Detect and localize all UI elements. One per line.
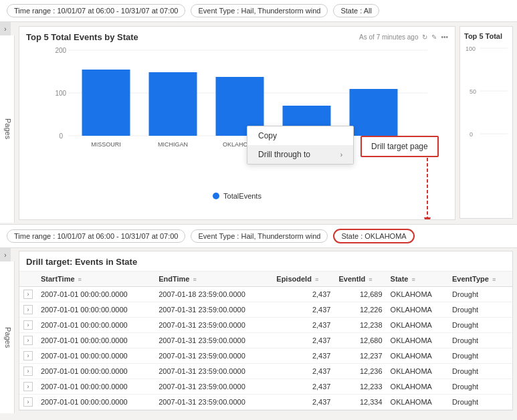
sort-icon-eventid[interactable]: ≡ bbox=[369, 276, 372, 283]
cell-event-type: Drought bbox=[448, 318, 512, 333]
svg-text:50: 50 bbox=[470, 88, 476, 95]
svg-text:100: 100 bbox=[56, 90, 67, 97]
right-panel-title: Top 5 Total bbox=[460, 27, 512, 43]
state-pill[interactable]: State : All bbox=[333, 4, 379, 17]
expand-btn[interactable]: › bbox=[23, 320, 33, 330]
event-type-pill-2[interactable]: Event Type : Hail, Thunderstorm wind bbox=[191, 229, 328, 243]
cell-state: OKLAHOMA bbox=[387, 395, 448, 410]
copy-label: Copy bbox=[258, 131, 277, 140]
expand-btn[interactable]: › bbox=[23, 366, 33, 376]
chevron-right-icon: › bbox=[340, 151, 342, 159]
chart-meta: As of 7 minutes ago ↻ ✎ ••• bbox=[359, 33, 448, 41]
chart-meta-time: As of 7 minutes ago bbox=[359, 33, 418, 41]
state-pill-oklahoma[interactable]: State : OKLAHOMA bbox=[333, 229, 414, 243]
expand-btn[interactable]: › bbox=[23, 351, 33, 360]
col-start-time[interactable]: StartTime ≡ bbox=[37, 272, 154, 287]
cell-end-time: 2007-01-31 23:59:00.0000 bbox=[154, 395, 272, 410]
cell-start-time: 2007-01-01 00:00:00.0000 bbox=[37, 348, 154, 364]
expand-cell[interactable]: › bbox=[19, 287, 37, 302]
col-state[interactable]: State ≡ bbox=[387, 272, 448, 287]
legend-label: TotalEvents bbox=[223, 192, 262, 200]
cell-start-time: 2007-01-01 00:00:00.0000 bbox=[37, 287, 154, 302]
edit-icon[interactable]: ✎ bbox=[431, 33, 437, 41]
expand-cell[interactable]: › bbox=[19, 379, 37, 395]
chart-panel-top: Top 5 Total Events by State As of 7 minu… bbox=[19, 26, 455, 220]
drill-target-box[interactable]: Drill target page bbox=[360, 136, 439, 157]
cell-start-time: 2007-01-01 00:00:00.0000 bbox=[37, 395, 154, 410]
expand-cell[interactable]: › bbox=[19, 364, 37, 379]
cell-event-type: Drought bbox=[448, 395, 512, 410]
cell-start-time: 2007-01-01 00:00:00.0000 bbox=[37, 333, 154, 348]
expand-btn[interactable]: › bbox=[23, 382, 33, 391]
table-row: › 2007-01-01 00:00:00.0000 2007-01-31 23… bbox=[19, 395, 512, 410]
cell-state: OKLAHOMA bbox=[387, 379, 448, 395]
cell-episode-id: 2,437 bbox=[272, 395, 334, 410]
bar-chart-svg: 200 100 0 MISSOURI MICHIGAN OKLAHOMA bbox=[26, 45, 448, 179]
expand-cell[interactable]: › bbox=[19, 348, 37, 364]
table-row: › 2007-01-01 00:00:00.0000 2007-01-31 23… bbox=[19, 302, 512, 318]
event-type-pill[interactable]: Event Type : Hail, Thunderstorm wind bbox=[191, 4, 328, 17]
expand-col-header bbox=[19, 272, 37, 287]
cell-end-time: 2007-01-31 23:59:00.0000 bbox=[154, 379, 272, 395]
more-icon[interactable]: ••• bbox=[441, 33, 448, 41]
cell-start-time: 2007-01-01 00:00:00.0000 bbox=[37, 318, 154, 333]
cell-episode-id: 2,437 bbox=[272, 302, 334, 318]
right-panel: Top 5 Total 100 50 0 bbox=[459, 26, 513, 219]
drill-arrow bbox=[407, 147, 447, 220]
bar-missouri[interactable] bbox=[82, 70, 130, 136]
chart-legend: TotalEvents bbox=[19, 192, 455, 204]
drill-target-label: Drill target page bbox=[371, 142, 428, 151]
col-event-type[interactable]: EventType ≡ bbox=[448, 272, 512, 287]
col-episode-id[interactable]: EpisodeId ≡ bbox=[272, 272, 334, 287]
sort-icon-starttime[interactable]: ≡ bbox=[78, 276, 82, 283]
pages-label-bottom: Pages bbox=[0, 261, 15, 413]
svg-text:MISSOURI: MISSOURI bbox=[91, 141, 121, 148]
sort-icon-state[interactable]: ≡ bbox=[412, 276, 415, 283]
expand-btn[interactable]: › bbox=[23, 397, 33, 407]
pages-label: Pages bbox=[0, 35, 15, 223]
expand-btn[interactable]: › bbox=[23, 290, 33, 299]
table-row: › 2007-01-01 00:00:00.0000 2007-01-31 23… bbox=[19, 364, 512, 379]
cell-state: OKLAHOMA bbox=[387, 302, 448, 318]
top-filter-bar: Time range : 10/01/07 at 06:00 - 10/31/0… bbox=[0, 0, 517, 22]
cell-end-time: 2007-01-31 23:59:00.0000 bbox=[154, 348, 272, 364]
cell-event-id: 12,334 bbox=[334, 395, 386, 410]
cell-state: OKLAHOMA bbox=[387, 364, 448, 379]
cell-state: OKLAHOMA bbox=[387, 318, 448, 333]
time-range-pill-2[interactable]: Time range : 10/01/07 at 06:00 - 10/31/0… bbox=[7, 229, 185, 243]
table-row: › 2007-01-01 00:00:00.0000 2007-01-31 23… bbox=[19, 318, 512, 333]
table-title: Drill target: Events in State bbox=[19, 251, 512, 272]
sort-icon-eventtype[interactable]: ≡ bbox=[492, 276, 496, 283]
expand-cell[interactable]: › bbox=[19, 318, 37, 333]
sort-icon-endtime[interactable]: ≡ bbox=[193, 276, 196, 283]
cell-event-type: Drought bbox=[448, 364, 512, 379]
expand-cell[interactable]: › bbox=[19, 333, 37, 348]
time-range-pill[interactable]: Time range : 10/01/07 at 06:00 - 10/31/0… bbox=[7, 4, 185, 17]
table-row: › 2007-01-01 00:00:00.0000 2007-01-31 23… bbox=[19, 333, 512, 348]
cell-end-time: 2007-01-31 23:59:00.0000 bbox=[154, 302, 272, 318]
pages-nav-arrow-bottom[interactable]: › bbox=[0, 248, 11, 261]
refresh-icon[interactable]: ↻ bbox=[422, 33, 427, 41]
svg-marker-12 bbox=[424, 217, 431, 220]
cell-state: OKLAHOMA bbox=[387, 287, 448, 302]
cell-end-time: 2007-01-31 23:59:00.0000 bbox=[154, 318, 272, 333]
context-menu: Copy Drill through to › bbox=[247, 126, 354, 165]
bar-michigan[interactable] bbox=[149, 72, 197, 136]
cell-episode-id: 2,437 bbox=[272, 348, 334, 364]
col-event-id[interactable]: EventId ≡ bbox=[334, 272, 386, 287]
bar-kansas[interactable] bbox=[350, 89, 398, 136]
col-end-time[interactable]: EndTime ≡ bbox=[154, 272, 272, 287]
sort-icon-episodeid[interactable]: ≡ bbox=[315, 276, 318, 283]
context-menu-copy[interactable]: Copy bbox=[247, 126, 353, 145]
expand-btn[interactable]: › bbox=[23, 336, 33, 345]
cell-start-time: 2007-01-01 00:00:00.0000 bbox=[37, 379, 154, 395]
expand-btn[interactable]: › bbox=[23, 305, 33, 314]
expand-cell[interactable]: › bbox=[19, 302, 37, 318]
cell-state: OKLAHOMA bbox=[387, 348, 448, 364]
expand-cell[interactable]: › bbox=[19, 395, 37, 410]
cell-episode-id: 2,437 bbox=[272, 287, 334, 302]
table-row: › 2007-01-01 00:00:00.0000 2007-01-31 23… bbox=[19, 379, 512, 395]
cell-end-time: 2007-01-31 23:59:00.0000 bbox=[154, 333, 272, 348]
context-menu-drill-through[interactable]: Drill through to › bbox=[247, 145, 353, 164]
pages-nav-arrow[interactable]: › bbox=[0, 22, 11, 35]
